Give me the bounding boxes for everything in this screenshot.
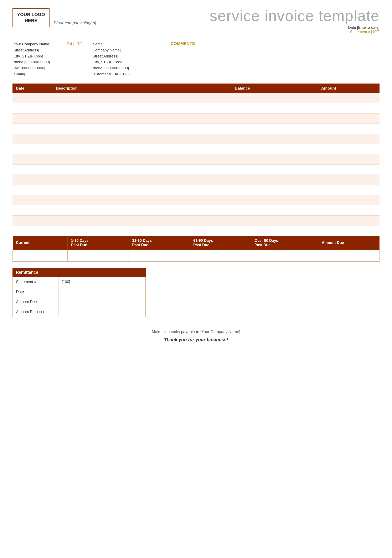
table-cell-balance [231, 226, 318, 236]
table-cell-amount [318, 103, 380, 113]
table-cell-description [53, 123, 232, 134]
remittance-label: Statement # [13, 277, 58, 287]
logo-text: YOUR LOGO HERE [17, 12, 45, 24]
table-row [12, 93, 380, 103]
table-cell-date [12, 154, 53, 164]
comments-label: COMMENTS [171, 41, 380, 46]
table-cell-date [12, 185, 53, 195]
remittance-section: Remittance Statement #[100]Date Amount D… [12, 268, 146, 317]
table-cell-description [53, 103, 232, 113]
table-cell-balance [231, 185, 318, 195]
remittance-value [58, 287, 146, 297]
summary-table: Current 1-30 DaysPast Due 31-60 DaysPast… [12, 236, 380, 262]
table-cell-date [12, 93, 53, 103]
table-cell-amount [318, 123, 380, 134]
summary-31-60-value [129, 250, 190, 262]
remittance-row: Amount Due [13, 297, 146, 307]
table-cell-date [12, 123, 53, 134]
summary-current-value [13, 250, 68, 262]
table-cell-balance [231, 154, 318, 164]
table-row [12, 113, 380, 123]
table-cell-amount [318, 195, 380, 205]
summary-amount-due-value [318, 250, 380, 262]
summary-col-amount-due: Amount Due [318, 236, 380, 250]
remittance-label: Date [13, 287, 58, 297]
table-cell-balance [231, 205, 318, 215]
table-row [12, 154, 380, 164]
table-cell-balance [231, 164, 318, 174]
table-cell-balance [231, 215, 318, 226]
table-row [12, 174, 380, 185]
footer-checks-text: Make all checks payable to [Your Company… [12, 330, 380, 334]
table-cell-date [12, 144, 53, 154]
remittance-title: Remittance [12, 268, 146, 277]
summary-over-90-value [251, 250, 318, 262]
summary-data-row [13, 250, 380, 262]
comments-section: COMMENTS [162, 41, 380, 77]
statement-line: Statement # [100] [210, 30, 380, 34]
date-line: Date [Enter a date] [210, 26, 380, 30]
table-cell-date [12, 226, 53, 236]
table-cell-description [53, 215, 232, 226]
remittance-label: Amount Due [13, 297, 58, 307]
table-cell-balance [231, 103, 318, 113]
remittance-label: Amount Enclosed [13, 307, 58, 317]
header-divider [12, 37, 380, 37]
table-cell-balance [231, 174, 318, 185]
table-cell-balance [231, 134, 318, 144]
table-cell-description [53, 174, 232, 185]
table-cell-date [12, 195, 53, 205]
table-cell-balance [231, 113, 318, 123]
table-cell-description [53, 144, 232, 154]
main-table: Date Description Balance Amount [12, 84, 380, 236]
table-row [12, 205, 380, 215]
table-row [12, 134, 380, 144]
table-header-row: Date Description Balance Amount [12, 84, 380, 93]
table-cell-date [12, 103, 53, 113]
summary-header-row: Current 1-30 DaysPast Due 31-60 DaysPast… [13, 236, 380, 250]
summary-61-90-value [190, 250, 251, 262]
table-cell-balance [231, 93, 318, 103]
table-cell-description [53, 93, 232, 103]
table-cell-amount [318, 113, 380, 123]
header-date-statement: Date [Enter a date] Statement # [100] [210, 23, 380, 34]
table-row [12, 123, 380, 134]
billing-section: [Your Company Name]. [Street Address] [C… [12, 41, 380, 77]
col-header-description: Description [53, 84, 232, 93]
summary-col-61-90: 61-90 DaysPast Due [190, 236, 251, 250]
remittance-value [58, 307, 146, 317]
summary-col-current: Current [13, 236, 68, 250]
table-cell-description [53, 205, 232, 215]
table-cell-date [12, 205, 53, 215]
table-row [12, 185, 380, 195]
table-cell-balance [231, 144, 318, 154]
summary-1-30-value [68, 250, 129, 262]
table-row [12, 195, 380, 205]
table-row [12, 144, 380, 154]
table-cell-balance [231, 123, 318, 134]
footer-thanks-text: Thank you for your business! [12, 337, 380, 342]
table-cell-date [12, 164, 53, 174]
table-cell-date [12, 113, 53, 123]
remittance-value [58, 297, 146, 307]
remittance-row: Date [13, 287, 146, 297]
table-cell-description [53, 195, 232, 205]
table-cell-description [53, 226, 232, 236]
summary-col-31-60: 31-60 DaysPast Due [129, 236, 190, 250]
remittance-row: Statement #[100] [13, 277, 146, 287]
from-address: [Your Company Name]. [Street Address] [C… [12, 41, 67, 77]
table-cell-amount [318, 205, 380, 215]
col-header-date: Date [12, 84, 53, 93]
footer: Make all checks payable to [Your Company… [12, 330, 380, 342]
table-cell-amount [318, 134, 380, 144]
table-cell-amount [318, 144, 380, 154]
table-cell-description [53, 164, 232, 174]
table-cell-amount [318, 164, 380, 174]
table-row [12, 103, 380, 113]
summary-col-over-90: Over 90 DaysPast Due [251, 236, 318, 250]
table-cell-description [53, 154, 232, 164]
page-title: service invoice template [210, 8, 380, 23]
logo-box: YOUR LOGO HERE [12, 8, 50, 27]
table-cell-date [12, 134, 53, 144]
table-cell-amount [318, 174, 380, 185]
